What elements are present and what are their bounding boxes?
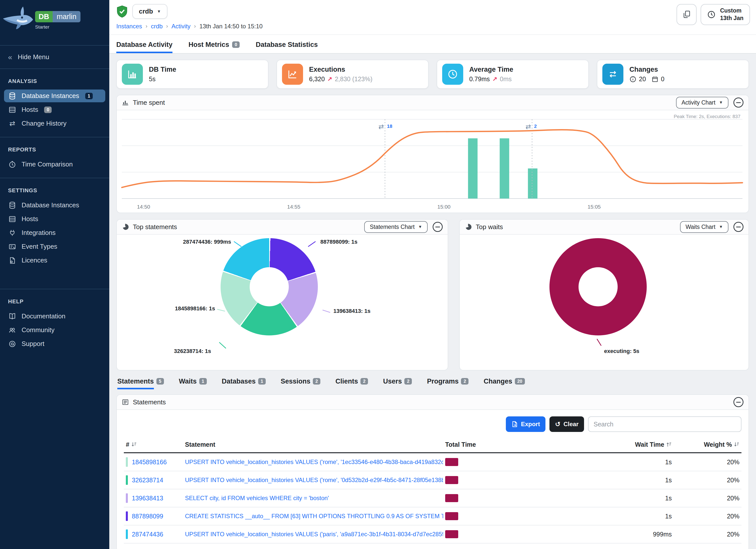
sidebar-item-hosts[interactable]: Hosts 0 <box>4 103 105 116</box>
statements-donut[interactable] <box>221 238 318 335</box>
count-badge: 2 <box>461 378 468 385</box>
count-badge: 2 <box>404 378 412 385</box>
svg-text:14:55: 14:55 <box>287 204 301 210</box>
page-content: DB Time 5s Executions 6,320 ↗ 2,830 (123… <box>109 54 756 549</box>
bar-chart-icon <box>122 64 143 85</box>
collapse-panel-button[interactable] <box>433 222 443 232</box>
top-waits-panel: Top waits Waits Chart▼ executing: 5s <box>459 219 749 371</box>
statement-sql-link[interactable]: UPSERT INTO vehicle_location_histories V… <box>185 459 443 465</box>
count-badge: 0 <box>44 107 52 113</box>
logo[interactable]: DBmarlin Starter <box>0 0 109 45</box>
hide-menu-button[interactable]: « Hide Menu <box>0 46 109 68</box>
col-header-weight[interactable]: Weight % <box>674 438 741 453</box>
statement-id-link[interactable]: 1845898166 <box>132 459 167 466</box>
statement-sql-link[interactable]: UPSERT INTO vehicle_location_histories V… <box>185 477 443 483</box>
sidebar-item-support[interactable]: Support <box>4 337 105 350</box>
sidebar-item-label: Integrations <box>22 229 56 237</box>
breadcrumb-separator: › <box>166 23 168 30</box>
col-header-total-time[interactable]: Total Time <box>443 438 556 453</box>
tab-users[interactable]: Users2 <box>383 378 412 389</box>
breadcrumb-crdb[interactable]: crdb <box>151 23 163 30</box>
tab-programs[interactable]: Programs2 <box>427 378 468 389</box>
sidebar-item-database-instances[interactable]: Database Instances 1 <box>4 89 105 102</box>
leader-line <box>597 339 602 346</box>
clear-button[interactable]: ↺ Clear <box>549 416 584 432</box>
weight-value: 20% <box>674 525 741 543</box>
line-chart-icon <box>282 64 303 85</box>
export-button[interactable]: Export <box>506 416 545 432</box>
sidebar-item-label: Support <box>22 340 44 348</box>
statement-color-chip <box>126 457 128 467</box>
tab-clients[interactable]: Clients2 <box>335 378 368 389</box>
clock-icon <box>442 64 463 85</box>
count-badge: 2 <box>360 378 368 385</box>
collapse-panel-button[interactable] <box>733 397 743 407</box>
statements-chart-select[interactable]: Statements Chart▼ <box>364 221 428 233</box>
collapse-panel-button[interactable] <box>733 98 743 108</box>
statement-id-link[interactable]: 887898099 <box>132 513 163 520</box>
svg-text:⇄: ⇄ <box>379 123 384 130</box>
statement-id-link[interactable]: 287474436 <box>132 531 163 538</box>
tab-waits[interactable]: Waits1 <box>179 378 207 389</box>
sidebar-item-change-history[interactable]: ⇄ Change History <box>4 117 105 130</box>
collapse-panel-button[interactable] <box>733 222 743 232</box>
statement-sql-link[interactable]: UPSERT INTO vehicle_location_histories V… <box>185 531 443 537</box>
tab-database-activity[interactable]: Database Activity <box>116 41 172 53</box>
card-db-time[interactable]: DB Time 5s <box>116 60 268 89</box>
col-header-wait-time[interactable]: Wait Time <box>556 438 674 453</box>
waits-donut[interactable] <box>549 238 647 335</box>
tab-database-statistics[interactable]: Database Statistics <box>256 41 318 53</box>
statement-id-link[interactable]: 139638413 <box>132 495 163 502</box>
tab-host-metrics[interactable]: Host Metrics0 <box>188 41 240 53</box>
brand: DBmarlin Starter <box>35 11 80 30</box>
range-label-line2: 13th Jan <box>720 15 743 22</box>
count-badge: 1 <box>258 378 266 385</box>
sidebar-item-settings-hosts[interactable]: Hosts <box>4 213 105 225</box>
tab-sessions[interactable]: Sessions2 <box>281 378 321 389</box>
statement-sql-link[interactable]: SELECT city, id FROM vehicles WHERE city… <box>185 495 329 501</box>
topbar: crdb ▼ Custom 13th Jan <box>109 0 756 54</box>
activity-chart-select[interactable]: Activity Chart▼ <box>676 97 728 109</box>
card-average-time[interactable]: Average Time 0.79ms ↗ 0ms <box>437 60 589 89</box>
sidebar-item-licences[interactable]: Licences <box>4 254 105 267</box>
svg-text:15:05: 15:05 <box>588 204 601 210</box>
tab-changes[interactable]: Changes20 <box>484 378 525 389</box>
breadcrumb-instances[interactable]: Instances <box>116 23 142 30</box>
weight-value: 20% <box>674 453 741 471</box>
waits-chart-select[interactable]: Waits Chart▼ <box>680 221 728 233</box>
sidebar-item-time-comparison[interactable]: Time Comparison <box>4 158 105 171</box>
statement-id-link[interactable]: 326238714 <box>132 477 163 484</box>
col-header-id[interactable]: # <box>124 438 183 453</box>
edition-label: Starter <box>35 24 80 30</box>
copy-link-button[interactable] <box>677 4 697 25</box>
sidebar-item-label: Licences <box>22 256 47 264</box>
export-label: Export <box>521 421 540 428</box>
card-changes[interactable]: Changes 20 0 <box>597 60 749 89</box>
time-spent-svg[interactable]: ⇄18⇄214:5014:5515:0015:05 <box>120 111 745 212</box>
col-header-statement[interactable]: Statement <box>183 438 443 453</box>
panel-title: Top waits <box>476 223 503 231</box>
sidebar-item-integrations[interactable]: Integrations <box>4 226 105 239</box>
instance-selector-button[interactable]: crdb ▼ <box>132 4 167 19</box>
statements-panel: Statements Export ↺ Clear <box>116 394 749 549</box>
breadcrumb-activity[interactable]: Activity <box>171 23 191 30</box>
wait-time-value: 1s <box>556 489 674 507</box>
search-input[interactable] <box>588 416 741 432</box>
total-time-bar <box>445 494 458 502</box>
tab-databases[interactable]: Databases1 <box>222 378 266 389</box>
wait-time-value: 1s <box>556 507 674 525</box>
time-range-button[interactable]: Custom 13th Jan <box>701 4 750 25</box>
tab-statements[interactable]: Statements5 <box>117 378 164 389</box>
swap-arrows-icon <box>602 64 623 85</box>
sidebar-item-documentation[interactable]: Documentation <box>4 310 105 323</box>
leader-line <box>217 309 225 312</box>
card-executions[interactable]: Executions 6,320 ↗ 2,830 (123%) <box>276 60 429 89</box>
statement-sql-link[interactable]: CREATE STATISTICS __auto__ FROM [63] WIT… <box>185 513 443 519</box>
app-root: DBmarlin Starter « Hide Menu ANALYSIS Da… <box>0 0 756 549</box>
sidebar-item-community[interactable]: Community <box>4 324 105 336</box>
sidebar-item-event-types[interactable]: Event Types <box>4 240 105 253</box>
tab-label: Sessions <box>281 378 311 388</box>
sidebar-item-settings-database-instances[interactable]: Database Instances <box>4 199 105 212</box>
tab-label: Statements <box>117 378 154 389</box>
card-title: DB Time <box>149 66 176 73</box>
